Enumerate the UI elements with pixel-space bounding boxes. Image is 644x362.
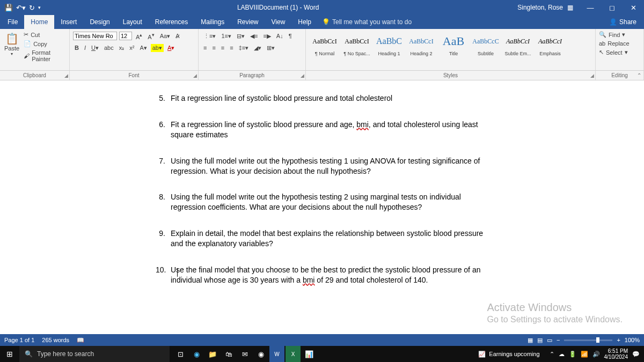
- find-button[interactable]: 🔍Find ▾: [599, 30, 640, 39]
- style--normal[interactable]: AaBbCcI¶ Normal: [309, 30, 340, 58]
- tab-design[interactable]: Design: [83, 15, 116, 29]
- maximize-button[interactable]: ◻: [601, 4, 623, 12]
- save-icon[interactable]: 💾: [4, 4, 13, 12]
- close-button[interactable]: ✕: [623, 4, 644, 12]
- dec-indent-button[interactable]: ◀≡: [248, 32, 259, 40]
- style--no-spac-[interactable]: AaBbCcI¶ No Spac...: [341, 30, 372, 58]
- clipboard-launcher[interactable]: ◢: [64, 73, 68, 78]
- text-effects-button[interactable]: A▾: [138, 44, 148, 52]
- task-view-button[interactable]: ⊡: [173, 346, 188, 362]
- undo-icon[interactable]: ↶▾: [16, 4, 26, 12]
- tab-file[interactable]: File: [1, 15, 24, 29]
- proofing-icon[interactable]: 📖: [77, 337, 84, 344]
- paragraph-launcher[interactable]: ◢: [301, 73, 304, 78]
- word-count[interactable]: 265 words: [42, 337, 69, 343]
- justify-button[interactable]: ≡: [228, 44, 235, 51]
- list-item[interactable]: 7.Using the full model write out the hyp…: [156, 156, 488, 176]
- taskbar-search[interactable]: 🔍 Type here to search: [19, 346, 170, 362]
- copy-button[interactable]: 📄Copy: [24, 39, 66, 48]
- explorer-icon[interactable]: 📁: [205, 346, 220, 362]
- format-painter-button[interactable]: 🖌Format Painter: [24, 48, 66, 63]
- font-color-button[interactable]: A▾: [166, 44, 176, 52]
- replace-button[interactable]: abReplace: [599, 39, 640, 48]
- tell-me[interactable]: 💡 Tell me what you want to do: [322, 18, 412, 26]
- list-item[interactable]: 10.Use the final model that you choose t…: [156, 265, 488, 285]
- sound-icon[interactable]: 🔊: [592, 351, 600, 358]
- clock[interactable]: 6:51 PM 4/10/2024: [604, 348, 628, 360]
- subscript-button[interactable]: x₂: [118, 44, 126, 52]
- underline-button[interactable]: U▾: [90, 44, 100, 52]
- zoom-level[interactable]: 100%: [625, 337, 640, 343]
- bullets-button[interactable]: ⋮≡▾: [202, 32, 217, 40]
- zoom-slider[interactable]: [564, 339, 612, 341]
- superscript-button[interactable]: x²: [128, 44, 136, 51]
- mail-icon[interactable]: ✉: [237, 346, 252, 362]
- zoom-in-button[interactable]: +: [617, 337, 620, 343]
- start-button[interactable]: ⊞: [0, 350, 19, 358]
- style-subtitle[interactable]: AaBbCcCSubtitle: [470, 30, 501, 58]
- style-heading-1[interactable]: AaBbCHeading 1: [374, 30, 405, 58]
- align-right-button[interactable]: ≡: [219, 44, 226, 51]
- tab-layout[interactable]: Layout: [116, 15, 149, 29]
- align-center-button[interactable]: ≡: [210, 44, 217, 51]
- tab-view[interactable]: View: [265, 15, 292, 29]
- tab-mailings[interactable]: Mailings: [194, 15, 231, 29]
- excel-icon[interactable]: X: [286, 346, 301, 362]
- font-size-input[interactable]: [119, 32, 132, 40]
- align-left-button[interactable]: ≡: [202, 44, 208, 51]
- italic-button[interactable]: I: [83, 44, 87, 51]
- tab-help[interactable]: Help: [291, 15, 318, 29]
- cut-button[interactable]: ✂Cut: [24, 30, 66, 39]
- store-icon[interactable]: 🛍: [221, 346, 236, 362]
- list-item[interactable]: 8.Using the full model write out the hyp…: [156, 192, 488, 212]
- list-item[interactable]: 9.Explain in detail, the model that best…: [156, 228, 488, 249]
- style-subtle-em-[interactable]: AaBbCcISubtle Em...: [502, 30, 533, 58]
- notifications-icon[interactable]: 💬: [632, 351, 640, 358]
- numbering-button[interactable]: 1≡▾: [219, 32, 233, 40]
- redo-icon[interactable]: ↻: [29, 4, 35, 12]
- chrome-icon[interactable]: ◉: [253, 346, 268, 362]
- highlight-button[interactable]: ab▾: [151, 44, 164, 52]
- news-widget[interactable]: 📈 Earnings upcoming: [473, 351, 545, 358]
- grow-font-button[interactable]: A▴: [134, 31, 144, 41]
- user-name[interactable]: Singleton, Rose: [517, 4, 563, 11]
- document-area[interactable]: 5.Fit a regression line of systolic bloo…: [0, 80, 644, 336]
- wifi-icon[interactable]: 📶: [581, 351, 588, 358]
- share-button[interactable]: 👤 Share: [602, 18, 644, 26]
- style-heading-2[interactable]: AaBbCcIHeading 2: [406, 30, 437, 58]
- strike-button[interactable]: abc: [103, 44, 115, 51]
- change-case-button[interactable]: Aa▾: [158, 32, 172, 40]
- inc-indent-button[interactable]: ≡▶: [261, 32, 272, 40]
- ribbon-display-icon[interactable]: ▦: [567, 4, 573, 11]
- select-button[interactable]: ↖Select ▾: [599, 48, 640, 57]
- page-indicator[interactable]: Page 1 of 1: [4, 337, 34, 343]
- qat-more-icon[interactable]: ▾: [38, 5, 41, 10]
- minimize-button[interactable]: —: [580, 4, 601, 12]
- collapse-ribbon-icon[interactable]: ⌃: [637, 72, 641, 78]
- battery-icon[interactable]: 🔋: [569, 351, 576, 358]
- paste-button[interactable]: 📋 Paste ▾: [3, 30, 20, 60]
- list-item[interactable]: 5.Fit a regression line of systolic bloo…: [156, 93, 488, 104]
- show-marks-button[interactable]: ¶: [287, 32, 294, 40]
- onedrive-icon[interactable]: ☁: [559, 351, 565, 358]
- print-layout-button[interactable]: ▤: [537, 337, 543, 344]
- word-icon[interactable]: W: [269, 346, 284, 362]
- shading-button[interactable]: ◢▾: [252, 44, 263, 52]
- font-launcher[interactable]: ◢: [193, 73, 197, 78]
- tab-references[interactable]: References: [149, 15, 194, 29]
- tab-home[interactable]: Home: [24, 15, 54, 29]
- tab-insert[interactable]: Insert: [54, 15, 83, 29]
- tray-chevron-icon[interactable]: ⌃: [550, 351, 554, 358]
- line-spacing-button[interactable]: ‡≡▾: [237, 44, 251, 52]
- clear-format-button[interactable]: A̷: [174, 32, 181, 40]
- edge-icon[interactable]: ◉: [189, 346, 204, 362]
- list-item[interactable]: 6.Fit a regression line of systolic bloo…: [156, 120, 488, 140]
- style-title[interactable]: AaBTitle: [438, 30, 469, 58]
- borders-button[interactable]: ⊞▾: [265, 44, 276, 52]
- bold-button[interactable]: B: [73, 44, 80, 51]
- read-mode-button[interactable]: ▦: [528, 337, 533, 344]
- shrink-font-button[interactable]: A▾: [146, 31, 156, 41]
- font-name-input[interactable]: [73, 32, 117, 40]
- tab-review[interactable]: Review: [231, 15, 265, 29]
- page[interactable]: 5.Fit a regression line of systolic bloo…: [156, 80, 488, 285]
